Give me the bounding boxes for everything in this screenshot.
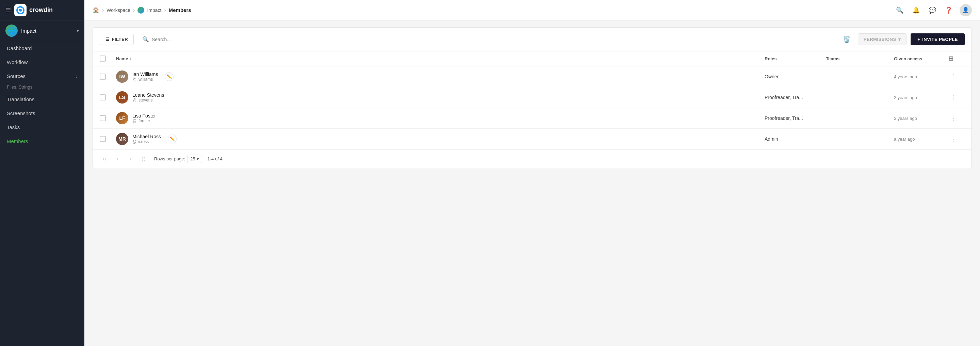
notifications-icon[interactable]: 🔔 <box>911 5 921 16</box>
header-teams: Teams <box>826 56 894 61</box>
permissions-chevron-icon: ▾ <box>898 37 901 42</box>
more-options-2[interactable]: ⋮ <box>948 92 958 102</box>
help-icon[interactable]: ❓ <box>943 5 954 16</box>
row-checkbox-2[interactable] <box>100 94 106 100</box>
main-content: 🏠 › Workspace › Impact › Members 🔍 🔔 💬 ❓… <box>84 0 980 346</box>
sidebar-nav: Dashboard Workflow Sources › Files, Stri… <box>0 41 84 148</box>
member-avatar-2: LS <box>116 91 128 104</box>
more-options-1[interactable]: ⋮ <box>948 72 958 81</box>
table-body: IW Ian Williams @i.williams ✏️ Owner 4 y… <box>93 66 972 149</box>
member-role-1: Owner <box>765 74 826 79</box>
rows-chevron-icon: ▾ <box>197 156 199 161</box>
home-icon[interactable]: 🏠 <box>92 7 99 13</box>
delete-icon[interactable]: 🗑️ <box>840 34 854 45</box>
sidebar-item-tasks[interactable]: Tasks <box>0 120 84 134</box>
columns-customize-icon[interactable]: ⊞ <box>948 55 953 62</box>
permissions-label: PERMISSIONS <box>864 37 896 42</box>
table-row[interactable]: IW Ian Williams @i.williams ✏️ Owner 4 y… <box>93 66 972 87</box>
filter-label: FILTER <box>112 37 128 42</box>
member-role-2: Proofreader, Tra... <box>765 95 826 100</box>
topbar-actions: 🔍 🔔 💬 ❓ 👤 <box>894 4 972 16</box>
table-row[interactable]: LS Leane Stevens @l.stevens Proofreader,… <box>93 87 972 108</box>
sidebar-item-sources[interactable]: Sources › <box>0 69 84 83</box>
row-checkbox-col <box>100 94 116 100</box>
member-info-1: IW Ian Williams @i.williams ✏️ <box>116 70 765 83</box>
pagination: ⟨⟨ ‹ › ⟩⟩ Rows per page: 25 ▾ 1-4 of 4 <box>93 149 972 168</box>
row-checkbox-4[interactable] <box>100 136 106 142</box>
next-page-button[interactable]: › <box>126 154 136 164</box>
hamburger-icon[interactable]: ☰ <box>5 6 11 14</box>
member-info-4: MR Michael Ross @m.ross ✏️ <box>116 133 765 145</box>
search-small-icon: 🔍 <box>142 36 149 43</box>
user-avatar[interactable]: 👤 <box>959 4 972 16</box>
header-customize-col[interactable]: ⊞ <box>948 55 965 62</box>
member-username-3: @l.forster <box>132 118 156 123</box>
row-checkbox-col <box>100 136 116 142</box>
edit-role-icon-4[interactable]: ✏️ <box>168 134 177 144</box>
invite-people-button[interactable]: + INVITE PEOPLE <box>911 33 965 45</box>
member-avatar-1: IW <box>116 70 128 83</box>
member-role-4: Admin <box>765 136 826 142</box>
header-given-access: Given access <box>894 56 948 61</box>
chevron-down-icon: ▾ <box>76 28 79 33</box>
breadcrumb-sep-3: › <box>164 7 166 13</box>
table-header: Name ↓ Roles Teams Given access ⊞ <box>93 51 972 66</box>
sidebar-header: ☰ crowdin <box>0 0 84 21</box>
member-access-2: 2 years ago <box>894 95 948 100</box>
sidebar-item-workflow[interactable]: Workflow <box>0 55 84 69</box>
member-details-3: Lisa Foster @l.forster <box>132 113 156 123</box>
header-roles: Roles <box>765 56 826 61</box>
svg-point-1 <box>19 9 22 11</box>
breadcrumb-sep-2: › <box>133 7 135 13</box>
project-selector[interactable]: 🌐 Impact ▾ <box>0 21 84 41</box>
sidebar-item-translations[interactable]: Translations <box>0 92 84 106</box>
header-name[interactable]: Name ↓ <box>116 56 765 61</box>
permissions-button[interactable]: PERMISSIONS ▾ <box>858 33 907 45</box>
breadcrumb: 🏠 › Workspace › Impact › Members <box>92 7 894 14</box>
member-details-2: Leane Stevens @l.stevens <box>132 92 164 102</box>
sidebar-sub-files-strings: Files, Strings <box>0 83 84 92</box>
breadcrumb-workspace[interactable]: Workspace <box>107 8 130 13</box>
member-username-4: @m.ross <box>132 139 161 144</box>
crowdin-logo: crowdin <box>14 4 53 16</box>
messages-icon[interactable]: 💬 <box>927 5 938 16</box>
member-access-3: 3 years ago <box>894 116 948 121</box>
project-dot-icon <box>137 7 144 14</box>
last-page-button[interactable]: ⟩⟩ <box>138 154 149 164</box>
invite-label: INVITE PEOPLE <box>922 37 958 42</box>
page-range: 1-4 of 4 <box>208 156 223 161</box>
filter-button[interactable]: ☰ FILTER <box>100 34 134 45</box>
search-input[interactable] <box>152 37 831 42</box>
table-row[interactable]: LF Lisa Foster @l.forster Proofreader, T… <box>93 108 972 129</box>
filter-icon: ☰ <box>105 37 110 42</box>
project-name: Impact <box>21 28 73 34</box>
more-options-4[interactable]: ⋮ <box>948 134 958 144</box>
sidebar-item-members[interactable]: Members <box>0 134 84 148</box>
edit-role-icon-1[interactable]: ✏️ <box>165 72 173 81</box>
row-checkbox-1[interactable] <box>100 73 106 80</box>
row-checkbox-col <box>100 73 116 80</box>
row-checkbox-3[interactable] <box>100 115 106 121</box>
sort-icon: ↓ <box>129 56 131 61</box>
table-row[interactable]: MR Michael Ross @m.ross ✏️ Admin a year … <box>93 129 972 149</box>
prev-page-button[interactable]: ‹ <box>113 154 123 164</box>
select-all-checkbox[interactable] <box>100 56 106 62</box>
member-role-3: Proofreader, Tra... <box>765 115 826 121</box>
member-name-3: Lisa Foster <box>132 113 156 118</box>
rows-per-page-select[interactable]: 25 ▾ <box>187 155 202 163</box>
breadcrumb-current: Members <box>169 7 191 13</box>
breadcrumb-project[interactable]: Impact <box>147 8 161 13</box>
sidebar-item-dashboard[interactable]: Dashboard <box>0 41 84 55</box>
first-page-button[interactable]: ⟨⟨ <box>100 154 110 164</box>
topbar: 🏠 › Workspace › Impact › Members 🔍 🔔 💬 ❓… <box>84 0 980 21</box>
member-access-4: a year ago <box>894 137 948 142</box>
chevron-right-icon: › <box>76 73 78 79</box>
member-access-1: 4 years ago <box>894 74 948 79</box>
plus-icon: + <box>917 37 920 42</box>
more-options-3[interactable]: ⋮ <box>948 113 958 123</box>
search-container: 🔍 <box>138 33 835 46</box>
search-icon[interactable]: 🔍 <box>894 5 905 16</box>
project-avatar: 🌐 <box>5 24 18 37</box>
sidebar-item-screenshots[interactable]: Screenshots <box>0 106 84 120</box>
member-username-1: @i.williams <box>132 77 158 82</box>
